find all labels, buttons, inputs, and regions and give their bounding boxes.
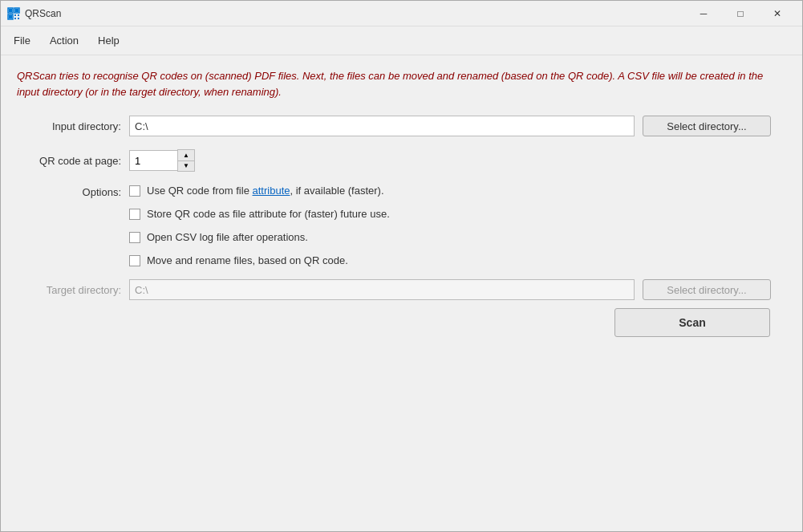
svg-rect-3	[15, 9, 18, 12]
qr-code-page-row: QR code at page: ▲ ▼	[17, 149, 786, 172]
svg-rect-5	[9, 15, 12, 18]
option-row-2: Store QR code as file attribute for (fas…	[129, 208, 390, 220]
options-section: Options: Use QR code from file attribute…	[17, 185, 786, 266]
target-directory-row: Target directory: Select directory...	[17, 279, 786, 300]
input-directory-label: Input directory:	[17, 120, 121, 132]
page-spinner: ▲ ▼	[129, 149, 195, 172]
svg-rect-1	[9, 9, 12, 12]
qr-code-page-label: QR code at page:	[17, 155, 121, 167]
target-directory-select-button: Select directory...	[643, 279, 771, 300]
option-checkbox-2[interactable]	[129, 209, 140, 220]
option-label-4[interactable]: Move and rename files, based on QR code.	[147, 254, 348, 266]
window-title: QRScan	[25, 8, 685, 19]
option-checkbox-1[interactable]	[129, 185, 140, 197]
form-area: Input directory: Select directory... QR …	[17, 116, 786, 300]
maximize-button[interactable]: □	[722, 1, 759, 26]
menu-action[interactable]: Action	[40, 31, 88, 50]
close-button[interactable]: ✕	[759, 1, 796, 26]
attribute-link-1: attribute	[253, 185, 290, 197]
target-directory-label: Target directory:	[17, 284, 121, 296]
spinner-up-button[interactable]: ▲	[178, 150, 194, 160]
title-bar: QRScan ─ □ ✕	[1, 1, 802, 26]
page-spinner-input[interactable]	[129, 150, 177, 171]
main-window: QRScan ─ □ ✕ File Action Help QRScan tri…	[0, 0, 803, 532]
option-row-4: Move and rename files, based on QR code.	[129, 254, 390, 266]
options-list: Use QR code from file attribute, if avai…	[129, 185, 390, 266]
option-row-3: Open CSV log file after operations.	[129, 231, 390, 243]
spinner-down-button[interactable]: ▼	[178, 160, 194, 171]
option-label-1[interactable]: Use QR code from file attribute, if avai…	[147, 185, 384, 197]
option-row-1: Use QR code from file attribute, if avai…	[129, 185, 390, 197]
spinner-buttons: ▲ ▼	[177, 149, 195, 172]
scan-button[interactable]: Scan	[614, 308, 770, 337]
svg-rect-8	[14, 18, 16, 19]
option-label-2[interactable]: Store QR code as file attribute for (fas…	[147, 208, 390, 220]
option-label-3[interactable]: Open CSV log file after operations.	[147, 231, 308, 243]
menu-help[interactable]: Help	[88, 31, 129, 50]
menu-file[interactable]: File	[4, 31, 40, 50]
input-directory-field[interactable]	[129, 116, 635, 136]
minimize-button[interactable]: ─	[685, 1, 722, 26]
option-checkbox-3[interactable]	[129, 232, 140, 243]
target-directory-field[interactable]	[129, 279, 635, 300]
scan-button-row: Scan	[17, 308, 786, 337]
input-directory-select-button[interactable]: Select directory...	[643, 116, 771, 136]
app-icon	[7, 7, 20, 20]
svg-rect-7	[18, 14, 19, 16]
menu-bar: File Action Help	[1, 26, 802, 55]
svg-rect-6	[14, 14, 16, 16]
main-content: QRScan tries to recognise QR codes on (s…	[1, 55, 802, 531]
option-checkbox-4[interactable]	[129, 255, 140, 266]
app-description: QRScan tries to recognise QR codes on (s…	[17, 68, 786, 99]
window-controls: ─ □ ✕	[685, 1, 796, 26]
svg-rect-9	[18, 18, 19, 19]
options-label: Options:	[17, 185, 121, 266]
input-directory-row: Input directory: Select directory...	[17, 116, 786, 136]
